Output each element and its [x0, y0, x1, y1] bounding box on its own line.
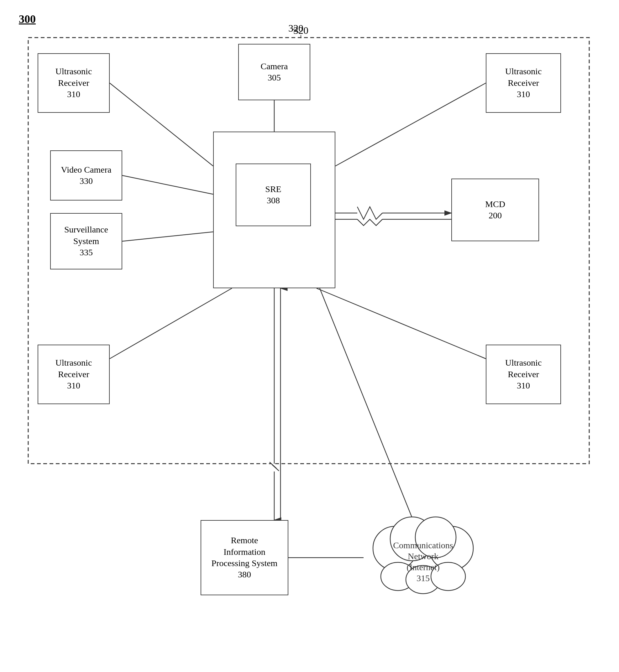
ultrasonic-receiver-top-right: Ultrasonic Receiver 310 [486, 53, 561, 113]
ultrasonic-receiver-bottom-left: Ultrasonic Receiver 310 [38, 345, 110, 404]
svg-text:315: 315 [417, 573, 430, 583]
ultrasonic-receiver-top-left: Ultrasonic Receiver 310 [38, 53, 110, 113]
svg-line-12 [122, 232, 213, 241]
diagram-container: 300 320 [19, 12, 600, 658]
svg-line-20 [270, 460, 279, 470]
svg-text:Network: Network [408, 551, 438, 561]
mcd-box: MCD 200 [451, 178, 539, 241]
svg-line-17 [110, 288, 232, 359]
svg-line-22 [272, 465, 279, 471]
sre-box: SRE 308 [236, 163, 311, 226]
label-320: 320 [288, 22, 303, 34]
svg-text:(Internet): (Internet) [407, 563, 440, 572]
communications-network-cloud: Communications Network (Internet) 315 [363, 508, 483, 608]
svg-line-10 [335, 83, 486, 166]
svg-line-18 [317, 288, 486, 359]
svg-line-21 [270, 462, 276, 468]
rips-box: Remote Information Processing System 380 [201, 520, 288, 595]
figure-label: 300 [19, 12, 36, 26]
svg-line-27 [320, 288, 423, 545]
svg-line-9 [110, 83, 213, 166]
sscm-box: Smart Space Control Module 325 SRE 308 [213, 132, 335, 288]
camera-box: Camera 305 [238, 44, 310, 100]
svg-line-11 [122, 175, 213, 194]
video-camera-box: Video Camera 330 [50, 150, 122, 201]
svg-text:Communications: Communications [393, 540, 453, 550]
surveillance-system-box: Surveillance System 335 [50, 213, 122, 270]
ultrasonic-receiver-bottom-right: Ultrasonic Receiver 310 [486, 345, 561, 404]
